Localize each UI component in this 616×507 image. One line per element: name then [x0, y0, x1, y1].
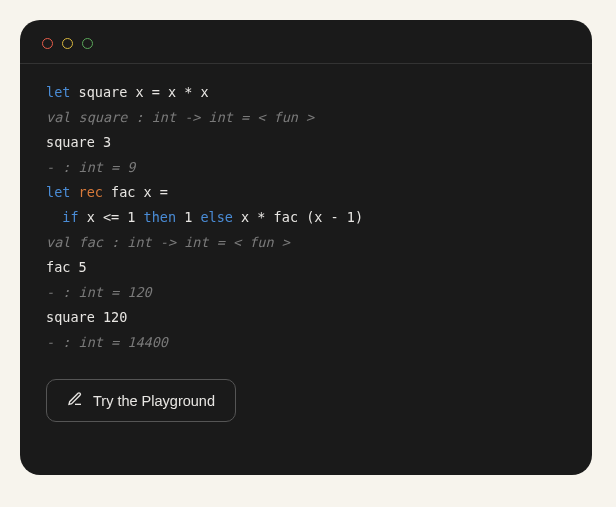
window-title-bar [20, 38, 592, 64]
pencil-icon [67, 391, 83, 410]
repl-output-line: - : int = 14400 [46, 330, 566, 355]
code-line: let rec fac x = [46, 180, 566, 205]
code-line: let square x = x * x [46, 80, 566, 105]
code-block: let square x = x * xval square : int -> … [20, 64, 592, 355]
code-line: square 3 [46, 130, 566, 155]
repl-output-line: val square : int -> int = < fun > [46, 105, 566, 130]
button-label: Try the Playground [93, 393, 215, 409]
maximize-icon [82, 38, 93, 49]
code-line: if x <= 1 then 1 else x * fac (x - 1) [46, 205, 566, 230]
code-line: square 120 [46, 305, 566, 330]
repl-output-line: - : int = 120 [46, 280, 566, 305]
repl-output-line: val fac : int -> int = < fun > [46, 230, 566, 255]
close-icon [42, 38, 53, 49]
terminal-window: let square x = x * xval square : int -> … [20, 20, 592, 475]
try-playground-button[interactable]: Try the Playground [46, 379, 236, 422]
minimize-icon [62, 38, 73, 49]
repl-output-line: - : int = 9 [46, 155, 566, 180]
code-line: fac 5 [46, 255, 566, 280]
